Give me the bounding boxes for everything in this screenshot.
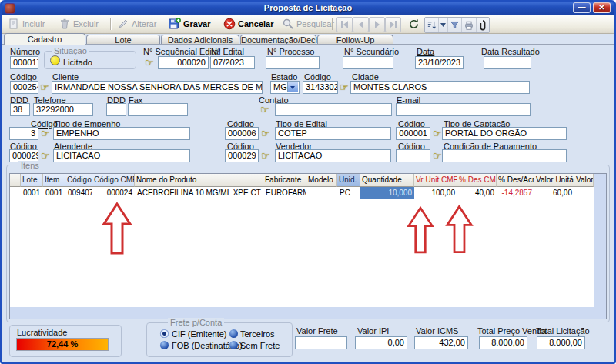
titlebar[interactable]: Proposta de Licitação — ✕ [0,0,616,15]
condicao-pagamento-field[interactable] [442,149,567,162]
pesquisar-button[interactable]: Pesquisar [280,16,336,32]
ddd-field[interactable]: 38 [10,103,30,116]
telefone-field[interactable]: 32292000 [33,103,93,116]
valor-icms-field[interactable]: 432,00 [414,336,468,349]
tab-cadastro[interactable]: Cadastro [4,33,85,45]
alterar-button[interactable]: Alterar [115,16,159,32]
cell-vr-unit-cmed[interactable]: 100,00 [414,187,457,199]
tipo-captacao-field[interactable]: PORTAL DO ORGÃO [442,127,567,140]
col-header-des-acr[interactable]: % Des/Acr. [497,174,534,187]
lookup-hand-icon[interactable]: ☞ [41,129,53,139]
cidade-field[interactable]: MONTES CLAROS [350,81,530,94]
lookup-hand-icon[interactable]: ☞ [261,129,273,139]
lookup-hand-icon[interactable]: ☞ [260,105,273,115]
total-licitacao-field[interactable]: 8.000,00 [537,336,585,349]
cell-des-acr[interactable]: -14,2857 [497,187,534,199]
cell-codigo-cmed[interactable]: 000024 [92,187,135,199]
atendente-field[interactable]: LICITACAO [53,149,190,162]
first-record-icon[interactable] [336,17,353,32]
col-header-lote[interactable]: Lote [21,174,43,187]
n-processo-field[interactable] [266,56,320,69]
cell-fabricante[interactable]: EUROFARMA [263,187,306,199]
codigo-vendedor-field[interactable]: 000029 [225,149,259,162]
radio-fob[interactable] [160,341,169,349]
minimize-button[interactable]: — [573,2,591,13]
numero-field[interactable]: 000017 [10,56,38,69]
vertical-scrollbar[interactable] [594,174,606,307]
codigo-condicao-field[interactable] [396,149,430,162]
radio-terceiros[interactable] [229,329,238,338]
codigo-empenho-field[interactable]: 3 [9,127,38,140]
close-button[interactable]: ✕ [593,2,611,13]
incluir-button[interactable]: Incluir [5,16,47,32]
cell-codigo[interactable]: 009407 [65,187,92,199]
col-header-codigo[interactable]: Código [65,174,92,187]
data-field[interactable]: 23/10/2023 [415,56,464,69]
col-header-codigo-cmed[interactable]: Código CMED [92,174,135,187]
cell-lote[interactable]: 0001 [21,187,43,199]
codigo-cidade-field[interactable]: 3143302 [303,81,338,94]
radio-sem-frete[interactable] [229,341,238,349]
cliente-field[interactable]: IRMANDADE NOSSA SENHORA DAS MERCES DE MO… [52,81,263,94]
col-header-vr-unit-cmed[interactable]: Vr Unit CMED [414,174,457,187]
cell-quantidade-selected[interactable]: 10,000 [360,187,414,199]
tipo-edital-field[interactable]: COTEP [275,127,391,140]
lookup-hand-icon[interactable]: ☞ [41,151,53,161]
n-secundario-field[interactable] [343,56,393,69]
valor-ipi-field[interactable]: 0,00 [355,336,407,349]
radio-cif[interactable] [160,329,169,338]
horizontal-scrollbar[interactable] [10,307,606,319]
cell-valor-total[interactable] [574,187,594,199]
row-indicator-cell[interactable] [10,187,21,199]
email-field[interactable] [396,103,531,116]
col-header-quantidade[interactable]: Quantidade [360,174,414,187]
col-header-fabricante[interactable]: Fabricante [263,174,306,187]
cell-des-cmed[interactable]: 40,00 [457,187,497,199]
cancelar-button[interactable]: Cancelar [221,16,276,32]
lookup-hand-icon[interactable]: ☞ [40,82,52,92]
gravar-button[interactable]: Gravar [166,16,213,32]
data-resultado-field[interactable] [484,56,531,69]
excluir-label: Excluir [73,19,99,28]
ddd2-field[interactable] [106,103,126,116]
tipo-empenho-field[interactable]: EMPENHO [53,127,190,140]
vendedor-field[interactable]: LICITACAO [275,149,391,162]
filter-icon[interactable] [448,18,462,32]
col-header-modelo[interactable]: Modelo [306,174,337,187]
next-record-icon[interactable] [369,17,385,32]
codigo-edital-field[interactable]: 000006 [225,127,259,140]
print-icon[interactable] [462,18,476,32]
cell-item[interactable]: 0001 [43,187,65,199]
sort-az-icon[interactable] [425,18,439,32]
col-header-item[interactable]: Item [43,174,65,187]
contato-field[interactable] [275,103,392,116]
sort-dropdown-icon[interactable] [439,18,448,32]
col-header-nome[interactable]: Nome do Produto [135,174,263,187]
cell-unid[interactable]: PC [337,187,360,199]
excluir-button[interactable]: Excluir [56,16,101,32]
lookup-hand-icon[interactable]: ☞ [145,58,157,68]
cell-modelo[interactable] [306,187,337,199]
chevron-down-icon[interactable] [287,82,298,92]
valor-frete-field[interactable] [295,336,347,349]
attachment-icon[interactable] [477,18,489,32]
lookup-hand-icon[interactable]: ☞ [261,151,273,161]
cell-valor-unitario[interactable]: 60,00 [534,187,574,199]
col-header-unid[interactable]: Unid. [337,174,360,187]
col-header-valor-unitario[interactable]: Valor Unitário [534,174,574,187]
refresh-icon[interactable] [406,16,422,32]
n-edital-field[interactable]: 07/2023 [210,56,255,69]
seq-edital-field[interactable]: 000020 [158,56,209,69]
app-icon[interactable] [5,3,15,14]
codigo-cliente-field[interactable]: 000254 [10,81,38,94]
estado-select[interactable]: MG [270,81,300,94]
cancelar-label: Cancelar [238,19,273,28]
fax-field[interactable] [128,103,188,116]
previous-record-icon[interactable] [353,17,369,32]
last-record-icon[interactable] [385,17,401,32]
col-header-des-cmed[interactable]: % Des CMED [457,174,497,187]
total-preco-venda-field[interactable]: 8.000,00 [479,336,527,349]
col-header-valor-total[interactable]: Valor Total [574,174,594,187]
codigo-captacao-field[interactable]: 000001 [396,127,430,140]
cell-nome[interactable]: ACEBROFILINA 10 MG/ML XPE CT FR VD A [135,187,263,199]
